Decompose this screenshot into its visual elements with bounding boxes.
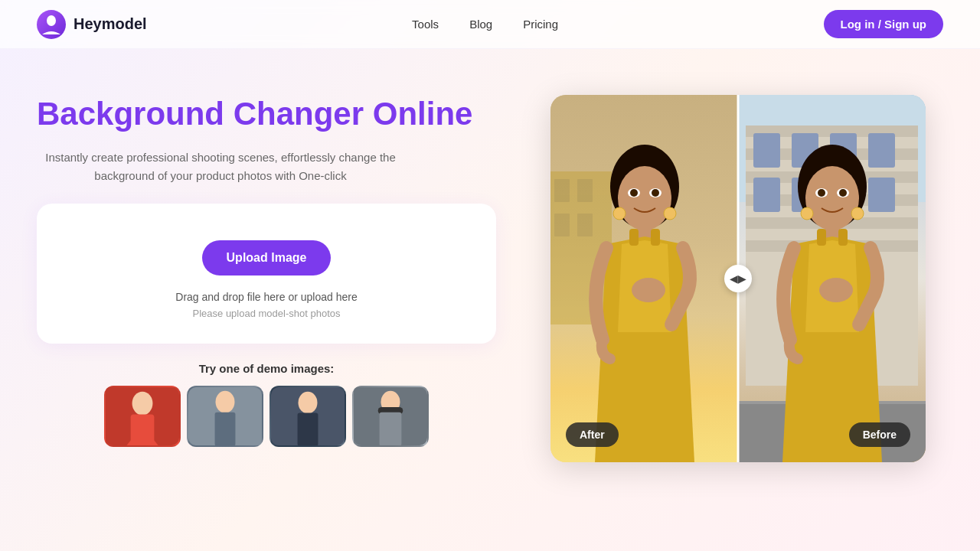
before-panel [738, 95, 926, 462]
svg-rect-7 [215, 412, 236, 446]
handle-icon: ◀▶ [730, 272, 746, 285]
logo[interactable]: Heymodel [37, 10, 147, 39]
comparison-handle[interactable]: ◀▶ [724, 265, 752, 292]
page-subtitle: Instantly create professional shooting s… [37, 148, 404, 185]
drag-drop-text: Drag and drop file here or upload here [175, 291, 357, 303]
right-column: ◀▶ After Before [533, 95, 943, 462]
svg-point-26 [630, 189, 638, 197]
demo-thumbnails [37, 386, 496, 447]
left-column: Background Changer Online Instantly crea… [37, 95, 496, 447]
nav-pricing[interactable]: Pricing [523, 18, 558, 31]
svg-rect-10 [298, 413, 318, 446]
demo-thumb-4[interactable] [352, 386, 429, 447]
after-label: After [566, 422, 619, 447]
thumb-4-img [354, 387, 427, 446]
svg-point-6 [216, 391, 235, 413]
logo-icon [37, 10, 66, 39]
svg-point-27 [652, 189, 659, 197]
comparison-widget[interactable]: ◀▶ After Before [550, 95, 926, 462]
thumb-2-img [188, 387, 262, 446]
demo-section: Try one of demo images: [37, 362, 496, 447]
main-content: Background Changer Online Instantly crea… [0, 49, 980, 551]
thumb-3-img [271, 387, 345, 446]
after-panel [550, 95, 738, 462]
svg-point-9 [299, 392, 318, 414]
svg-rect-58 [817, 229, 826, 246]
svg-point-52 [851, 207, 864, 220]
navbar: Heymodel Tools Blog Pricing Log in / Sig… [0, 0, 980, 49]
svg-point-31 [632, 278, 665, 302]
nav-tools[interactable]: Tools [412, 18, 439, 31]
svg-point-60 [819, 278, 853, 302]
svg-point-55 [818, 189, 825, 197]
svg-point-50 [805, 166, 859, 230]
svg-point-51 [801, 207, 813, 220]
svg-point-21 [618, 166, 671, 230]
login-button[interactable]: Log in / Sign up [824, 10, 943, 38]
demo-thumb-2[interactable] [187, 386, 263, 447]
after-person [560, 141, 729, 462]
before-person [748, 141, 916, 462]
before-label: Before [849, 422, 910, 447]
svg-rect-29 [629, 229, 639, 246]
demo-label: Try one of demo images: [37, 362, 496, 375]
demo-thumb-3[interactable] [270, 386, 346, 447]
svg-rect-14 [380, 412, 402, 446]
svg-rect-4 [131, 415, 155, 446]
demo-thumb-1[interactable] [104, 386, 181, 447]
nav-blog[interactable]: Blog [469, 18, 492, 31]
svg-point-56 [839, 189, 847, 197]
svg-point-1 [47, 15, 56, 26]
svg-point-22 [613, 207, 626, 220]
nav-links: Tools Blog Pricing [412, 18, 558, 31]
svg-point-3 [132, 392, 153, 416]
thumb-1-img [106, 387, 179, 446]
svg-rect-59 [838, 229, 848, 246]
upload-area: Upload Image Drag and drop file here or … [37, 204, 496, 344]
upload-button[interactable]: Upload Image [202, 240, 332, 276]
logo-text: Heymodel [74, 15, 147, 33]
page-title: Background Changer Online [37, 95, 496, 133]
svg-point-23 [664, 207, 676, 220]
upload-hint: Please upload model-shot photos [193, 308, 341, 319]
svg-rect-30 [651, 229, 660, 246]
